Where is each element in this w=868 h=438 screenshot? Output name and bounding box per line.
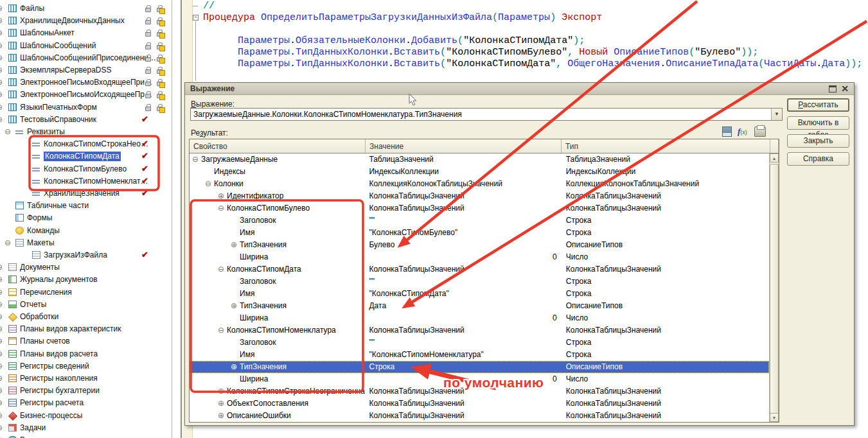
column-header[interactable]: Тип [562,139,770,153]
tree-expander-icon[interactable]: ⊕ [0,16,3,25]
table-row[interactable]: ⊕ОбъектСопоставленияКолонкаТаблицыЗначен… [190,398,769,410]
table-row[interactable]: ⊕ОписаниеОшибкиКолонкаТаблицыЗначенийКол… [190,410,769,422]
table-row[interactable]: Заголовок""Строка [190,215,769,227]
tree-expander-icon[interactable]: ⊕ [0,324,3,333]
row-expander-icon[interactable]: ⊕ [218,410,227,421]
tree-expander-icon[interactable]: ⊕ [0,275,3,284]
expression-input[interactable] [191,109,771,120]
sidebar-item[interactable]: ⊕Регистры расчета [0,398,172,409]
table-row[interactable]: Заголовок""Строка [190,276,769,288]
sidebar-item[interactable]: ⊕ЭлектронноеПисьмоВходящееПри… [0,77,172,89]
splitter[interactable] [181,0,182,438]
row-expander-icon[interactable]: ⊖ [192,153,201,165]
tree-expander-icon[interactable]: ⊕ [0,435,3,438]
sidebar-item[interactable]: ⊕ЭлектронноеПисьмоИсходящееПр… [0,89,172,101]
scroll-down-icon[interactable]: ▼ [770,413,779,422]
tree-expander-icon[interactable]: ⊕ [0,300,3,309]
vertical-scrollbar[interactable]: ▲ ▼ [769,153,779,422]
column-header[interactable]: Значение [366,139,562,153]
tree-expander-icon[interactable]: ⊕ [0,263,3,272]
tree-expander-icon[interactable]: ⊖ [4,238,11,247]
sidebar-item[interactable]: КолонкаСТипомДата✔ [0,151,172,162]
tree-expander-icon[interactable]: ⊕ [0,103,3,112]
table-row[interactable]: ⊖ЗагружаемыеДанныеТаблицаЗначенийТаблица… [190,153,769,166]
dialog-button-4[interactable]: Справка [787,152,849,166]
tree-expander-icon[interactable]: ⊕ [0,362,3,371]
sidebar-item[interactable]: ⊖Макеты [0,238,172,249]
sidebar-item[interactable]: ⊕Регистры накопления [0,373,172,385]
scrollbar-thumb[interactable] [770,164,779,414]
tree-expander-icon[interactable]: ⊖ [0,115,3,124]
table-row[interactable]: ⊕ТипЗначенияДатаОписаниеТипов [190,300,769,312]
sidebar-item[interactable]: ⊕ШаблоныСообщенийПрисоединенн… [0,53,172,64]
chevron-down-icon[interactable]: ▼ [771,109,782,120]
table-row[interactable]: ⊖КолонкиКоллекцияКолонокТаблицыЗначенийК… [190,178,769,190]
sidebar-item[interactable]: ⊕Обработки [0,311,172,323]
tree-expander-icon[interactable]: ⊕ [0,411,3,420]
table-row[interactable]: ⊖КолонкаСТипомБулевоКолонкаТаблицыЗначен… [190,202,769,215]
row-expander-icon[interactable]: ⊖ [218,202,227,214]
sidebar-item[interactable]: ЗагрузкаИзФайла✔ [0,250,172,261]
table-row[interactable]: Ширина0Число [190,312,769,324]
tree-expander-icon[interactable]: ⊕ [0,66,3,74]
fx-icon[interactable]: f(x) [738,127,749,137]
sidebar-item[interactable]: ⊕Внешние источники данных [0,435,172,438]
sidebar-item[interactable]: ⊕Перечисления [0,287,172,299]
table-row[interactable]: ИндексыИндексыКоллекцииИндексыКоллекции [190,166,769,178]
tree-expander-icon[interactable]: ⊕ [0,349,3,358]
tree-expander-icon[interactable]: ⊖ [4,127,11,136]
row-expander-icon[interactable]: ⊕ [231,361,240,372]
table-row[interactable]: ⊕ТипЗначенияБулевоОписаниеТипов [190,239,769,251]
tree-expander-icon[interactable]: ⊕ [0,90,3,99]
sidebar-item[interactable]: ⊕Бизнес-процессы [0,410,172,422]
tree-expander-icon[interactable]: ⊕ [0,398,3,407]
sidebar-item[interactable]: ⊕Задачи [0,423,172,434]
row-expander-icon[interactable]: ⊖ [218,324,227,336]
tree-expander-icon[interactable]: ⊕ [0,423,3,432]
dialog-button-2[interactable]: Включить в табло [787,116,849,130]
sidebar-item[interactable]: ⊕Документы [0,262,172,274]
table-row[interactable]: Заголовок""Строка [190,337,769,349]
column-header[interactable]: Свойство [190,139,366,153]
sidebar-item[interactable]: ⊕ЭкземплярыСервераDSS [0,65,172,76]
tree-expander-icon[interactable]: ⊕ [0,78,3,87]
row-expander-icon[interactable]: ⊖ [218,263,227,275]
sidebar-item[interactable]: ⊕ШаблоныАнкет [0,28,172,39]
sidebar-item[interactable]: ⊕Планы видов характеристик [0,324,172,335]
dialog-button-1[interactable]: Рассчитать [787,98,849,112]
table-row[interactable]: ⊕ИдентификаторКолонкаТаблицыЗначенийКоло… [190,190,769,202]
print-icon[interactable] [754,127,766,137]
row-expander-icon[interactable]: ⊕ [218,190,227,202]
tree-expander-icon[interactable]: ⊕ [0,374,3,383]
tree-expander-icon[interactable]: ⊕ [0,4,3,13]
table-row[interactable]: ⊖КолонкаСТипомДатаКолонкаТаблицыЗначений… [190,263,769,276]
tree-expander-icon[interactable]: ⊕ [0,312,3,321]
sidebar-item[interactable]: ⊕ХранилищеДвоичныхДанных [0,15,172,27]
tree-expander-icon[interactable]: ⊕ [0,28,3,37]
sidebar-item[interactable]: ⊖Реквизиты [0,127,172,138]
fold-collapse-icon[interactable]: - [193,15,199,21]
table-row[interactable]: Имя"КолонкаСТипомНоменклатура"Строка [190,349,769,361]
table-row[interactable]: Ширина0Число [190,251,769,263]
sidebar-item[interactable]: КолонкаСТипомСтрокаНео…✔ [0,139,172,150]
sidebar-item[interactable]: ⊕Регистры бухгалтерии [0,385,172,397]
table-row[interactable]: ⊖КолонкаСТипомНоменклатураКолонкаТаблицы… [190,324,769,337]
sidebar-item[interactable]: ⊕Планы видов расчета [0,349,172,360]
tree-expander-icon[interactable]: ⊕ [0,53,3,62]
sidebar-item[interactable]: ⊕ШаблоныСообщений [0,40,172,52]
dialog-button-3[interactable]: Закрыть [787,134,849,148]
row-expander-icon[interactable]: ⊕ [218,385,227,397]
metadata-tree[interactable]: ⊕Файлы⊕ХранилищеДвоичныхДанных⊕ШаблоныАн… [0,0,172,438]
tree-expander-icon[interactable]: ⊕ [0,41,3,50]
tree-expander-icon[interactable]: ⊕ [0,386,3,395]
row-expander-icon[interactable]: ⊖ [205,178,214,189]
sidebar-item[interactable]: Табличные части [0,200,172,212]
sidebar-item[interactable]: ⊖ТестовыйСправочник✔ [0,114,172,126]
close-icon[interactable]: ✕ [840,83,849,94]
row-expander-icon[interactable]: ⊕ [218,398,227,409]
sidebar-item[interactable]: ХранилищеЗначения✔ [0,188,172,200]
maximize-icon[interactable] [829,85,837,92]
sidebar-item[interactable]: КолонкаСТипомБулево✔ [0,164,172,175]
sidebar-item[interactable]: ⊕Регистры сведений [0,361,172,372]
sidebar-item[interactable]: ⊕ЯзыкиПечатныхФорм [0,102,172,114]
